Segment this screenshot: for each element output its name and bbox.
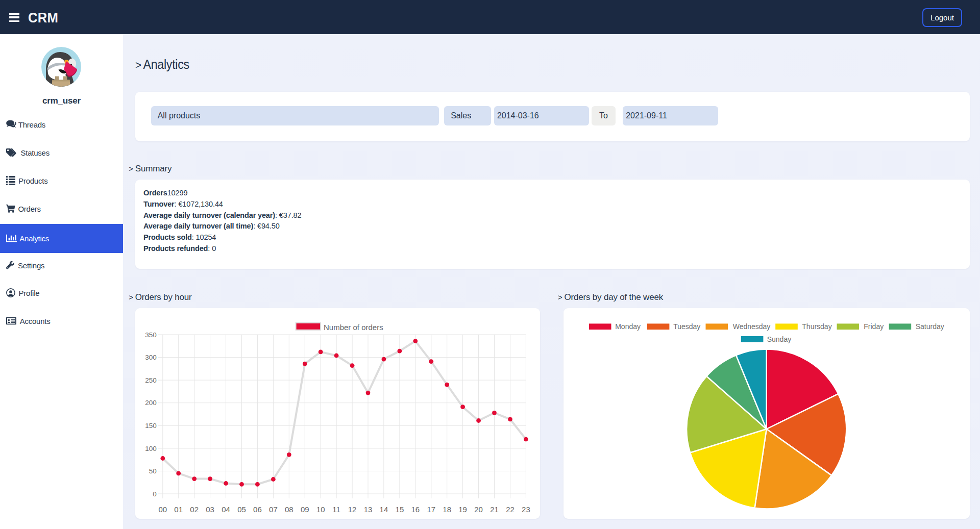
svg-text:Sunday: Sunday [767, 335, 791, 343]
svg-text:09: 09 [301, 505, 309, 513]
svg-text:Wednesday: Wednesday [733, 322, 771, 331]
svg-text:Tuesday: Tuesday [673, 322, 700, 331]
svg-text:15: 15 [395, 505, 404, 513]
svg-text:19: 19 [458, 505, 467, 513]
svg-text:01: 01 [174, 505, 183, 513]
svg-text:100: 100 [145, 444, 157, 452]
svg-text:Monday: Monday [615, 322, 641, 331]
svg-text:14: 14 [379, 505, 388, 513]
svg-text:06: 06 [253, 505, 262, 513]
svg-text:16: 16 [411, 505, 420, 513]
svg-text:Friday: Friday [864, 322, 884, 331]
svg-text:17: 17 [427, 505, 435, 513]
svg-text:23: 23 [522, 505, 530, 513]
svg-text:08: 08 [285, 505, 293, 513]
svg-text:150: 150 [145, 421, 157, 429]
svg-text:00: 00 [158, 505, 167, 513]
svg-text:200: 200 [145, 399, 157, 407]
svg-text:250: 250 [145, 376, 157, 384]
svg-text:05: 05 [237, 505, 246, 513]
svg-text:20: 20 [474, 505, 483, 513]
svg-text:22: 22 [506, 505, 514, 513]
svg-text:50: 50 [149, 467, 157, 475]
svg-text:21: 21 [490, 505, 499, 513]
svg-text:04: 04 [222, 505, 230, 513]
svg-text:350: 350 [145, 331, 157, 338]
svg-text:12: 12 [348, 505, 357, 513]
svg-text:18: 18 [443, 505, 451, 513]
svg-text:11: 11 [332, 505, 340, 513]
svg-text:Number of orders: Number of orders [324, 322, 383, 331]
svg-text:03: 03 [206, 505, 214, 513]
svg-text:Thursday: Thursday [802, 322, 832, 331]
svg-text:0: 0 [153, 490, 157, 497]
svg-text:10: 10 [316, 505, 325, 513]
svg-text:300: 300 [145, 354, 157, 361]
svg-text:07: 07 [269, 505, 278, 513]
svg-text:13: 13 [363, 505, 372, 513]
svg-text:Saturday: Saturday [916, 322, 944, 331]
svg-text:02: 02 [190, 505, 199, 513]
